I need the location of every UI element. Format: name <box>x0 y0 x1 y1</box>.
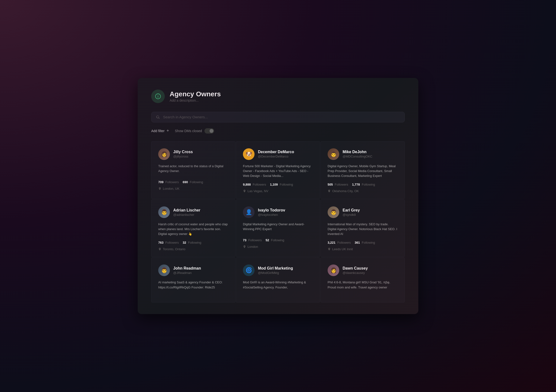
card-name: Adrian Lischer <box>173 208 200 212</box>
search-bar[interactable] <box>151 112 405 123</box>
card-bio: Trained actor, reduced to the status of … <box>158 164 228 176</box>
card-dawn-causey: 👩 Dawn Causey @dawnkcausey Phil 4:6-8, M… <box>321 257 405 302</box>
following-count: 1,109 <box>270 183 278 186</box>
following-label: Following <box>189 180 203 184</box>
location-text: Leeds UK Innit <box>332 247 353 251</box>
location-icon <box>243 190 246 193</box>
card-handle: @Ivaylocohen <box>258 213 285 216</box>
card-header: 👩 Jilly Cross @jillycross <box>158 148 228 160</box>
location-icon <box>243 245 246 248</box>
card-name: Mod Girl Marketing <box>258 266 293 270</box>
card-location: London <box>243 245 313 248</box>
card-identity: Mike DeJohn @MDConsultingOKC <box>343 150 372 158</box>
avatar: 👨 <box>158 206 170 218</box>
avatar: 👨 <box>158 264 170 276</box>
card-name: Ivaylo Todorov <box>258 208 285 212</box>
card-header: 🌀 Mod Girl Marketing @ModGirlMktg <box>243 264 313 276</box>
avatar: 🌀 <box>243 264 255 276</box>
followers-count: 763 <box>158 241 163 244</box>
following-label: Following <box>270 238 284 242</box>
card-identity: Jilly Cross @jillycross <box>173 150 193 158</box>
following-count: 361 <box>355 241 360 244</box>
card-identity: Mod Girl Marketing @ModGirlMktg <box>258 266 293 275</box>
cards-grid: 👩 Jilly Cross @jillycross Trained actor,… <box>151 141 405 303</box>
card-bio: Digital Agency Owner, Mobile Gym Startup… <box>328 164 398 178</box>
card-bio: Fortune 500 Marketer - Digital Marketing… <box>243 164 313 178</box>
card-jilly-cross: 👩 Jilly Cross @jillycross Trained actor,… <box>151 141 235 199</box>
card-handle: @ModGirlMktg <box>258 271 293 275</box>
card-location: Leeds UK Innit <box>328 247 398 251</box>
avatar-image: 👩 <box>161 151 167 157</box>
page-description: Add a description... <box>170 99 221 102</box>
card-name: Jilly Cross <box>173 150 193 154</box>
avatar: 👤 <box>243 206 255 218</box>
following-count: 690 <box>183 180 188 184</box>
card-header: 👨 Earl Grey @syndk8 <box>328 206 398 218</box>
followers-label: Followers <box>164 241 179 244</box>
card-identity: Ivaylo Todorov @Ivaylocohen <box>258 208 285 216</box>
card-john-readman: 👨 John Readman @JReadman AI marketing Sa… <box>151 257 235 302</box>
avatar-image: 👤 <box>246 209 252 215</box>
card-header: 👨 Adrian Lischer @adrianlischer <box>158 206 228 218</box>
card-bio: AI marketing SaaS & agency Founder & CEO… <box>158 280 228 292</box>
location-icon <box>158 187 161 190</box>
card-identity: Earl Grey @syndk8 <box>343 208 360 216</box>
show-dms-toggle[interactable] <box>204 128 214 134</box>
location-text: Las Vegas, NV <box>247 189 268 193</box>
followers-label: Followers <box>252 183 266 186</box>
following-label: Following <box>361 183 375 186</box>
show-dms-label: Show DMs closed <box>175 129 202 133</box>
followers-label: Followers <box>337 241 351 244</box>
card-location: London, UK <box>158 187 228 191</box>
card-name: December DeMarco <box>258 150 294 154</box>
avatar: 👩 <box>328 264 339 276</box>
following-count: 32 <box>183 241 186 244</box>
card-identity: December DeMarco @DecemberDeMarco <box>258 150 294 158</box>
following-label: Following <box>279 183 293 186</box>
building-icon <box>154 93 161 100</box>
card-mod-girl-marketing: 🌀 Mod Girl Marketing @ModGirlMktg Mod Gi… <box>236 257 320 302</box>
card-stats: 505 Followers 1,778 Following <box>328 183 398 186</box>
avatar: 👨 <box>328 206 339 218</box>
location-icon <box>328 247 331 251</box>
search-input[interactable] <box>163 115 400 119</box>
followers-count: 9,888 <box>243 183 251 186</box>
following-label: Following <box>187 241 201 244</box>
card-bio: Harsh critic of coconut water and people… <box>158 222 228 236</box>
card-identity: John Readman @JReadman <box>173 266 201 275</box>
card-name: Earl Grey <box>343 208 360 212</box>
following-label: Following <box>361 241 375 244</box>
location-text: Toronto, Ontario <box>163 247 185 251</box>
location-text: Oklahoma City, OK <box>332 189 359 193</box>
card-earl-grey: 👨 Earl Grey @syndk8 International Man of… <box>321 199 405 257</box>
location-text: London <box>247 245 258 248</box>
card-stats: 73 Followers 52 Following <box>243 238 313 242</box>
card-header: 👨 Mike DeJohn @MDConsultingOKC <box>328 148 398 160</box>
card-handle: @MDConsultingOKC <box>343 155 372 158</box>
card-stats: 9,888 Followers 1,109 Following <box>243 183 313 186</box>
card-name: Mike DeJohn <box>343 150 372 154</box>
card-stats: 709 Followers 690 Following <box>158 180 228 184</box>
card-header: 👩 Dawn Causey @dawnkcausey <box>328 264 398 276</box>
show-dms-filter: Show DMs closed <box>175 128 214 134</box>
add-filter-button[interactable]: Add filter + <box>151 128 169 133</box>
card-handle: @adrianlischer <box>173 213 200 216</box>
avatar-image: 👨 <box>330 209 337 215</box>
card-name: Dawn Causey <box>343 266 368 270</box>
avatar-image: 🐶 <box>246 151 252 157</box>
card-location: Oklahoma City, OK <box>328 189 398 193</box>
card-location: Las Vegas, NV <box>243 189 313 193</box>
card-adrian-lischer: 👨 Adrian Lischer @adrianlischer Harsh cr… <box>151 199 235 257</box>
card-location: Toronto, Ontario <box>158 247 228 251</box>
avatar: 👩 <box>158 148 170 160</box>
card-stats: 3,221 Followers 361 Following <box>328 241 398 244</box>
card-header: 👤 Ivaylo Todorov @Ivaylocohen <box>243 206 313 218</box>
card-handle: @dawnkcausey <box>343 271 368 275</box>
app-window: Agency Owners Add a description... Add f… <box>138 78 418 314</box>
location-text: London, UK <box>163 187 179 191</box>
card-bio: Mod Girl® is an Award-Winning #Marketing… <box>243 280 313 292</box>
followers-label: Followers <box>164 180 179 184</box>
card-header: 🐶 December DeMarco @DecemberDeMarco <box>243 148 313 160</box>
card-handle: @JReadman <box>173 271 201 275</box>
avatar-image: 👨 <box>161 209 167 215</box>
